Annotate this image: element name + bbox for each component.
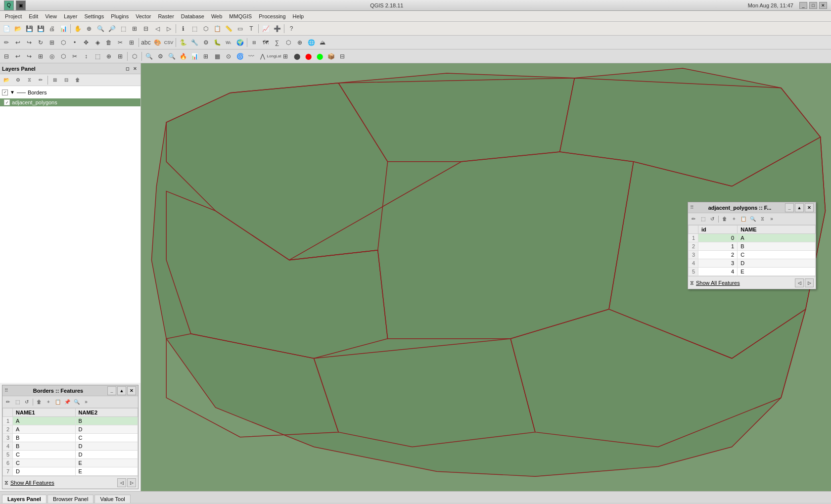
adj-page-next[interactable]: ▷ [805, 278, 814, 287]
layer-properties-btn[interactable]: ⚙ [12, 75, 23, 86]
bt-copy[interactable]: 📋 [53, 398, 62, 407]
pan-btn[interactable]: ✋ [72, 23, 83, 34]
remove-layer-btn[interactable]: 🗑 [72, 75, 83, 86]
menu-settings[interactable]: Settings [81, 12, 107, 20]
layer-notes-btn[interactable]: ✏ [35, 75, 46, 86]
maximize-btn[interactable]: □ [809, 2, 817, 9]
save-as-btn[interactable]: 💾 [35, 23, 46, 34]
wave-btn[interactable]: 〰 [246, 51, 257, 62]
adjacent-table-row[interactable]: 3 2 C [689, 251, 816, 259]
grid2-btn[interactable]: ⊞ [280, 51, 291, 62]
adj-drag-handle[interactable]: ⠿ [690, 205, 693, 210]
tool-f[interactable]: ⬚ [92, 51, 103, 62]
zoom-next-btn[interactable]: ▷ [163, 23, 174, 34]
bt-edit[interactable]: ✏ [3, 398, 12, 407]
adjacent-table-row[interactable]: 1 0 A [689, 234, 816, 242]
adjacent-show-all[interactable]: Show All Features [696, 280, 740, 286]
adj-table-max[interactable]: ▲ [795, 203, 804, 212]
borders-table-row[interactable]: 1 A B [3, 417, 138, 425]
tool-d[interactable]: ✂ [69, 51, 80, 62]
csv-btn[interactable]: CSV [163, 37, 174, 48]
map-canvas[interactable]: ⠿ adjacent_polygons :: F... _ ▲ ✕ ✏ ⬚ ↺ … [141, 63, 831, 491]
add-feature-btn[interactable]: ⬡ [58, 37, 69, 48]
bt-paste[interactable]: 📌 [63, 398, 72, 407]
edit-layer-btn[interactable]: ✏ [1, 37, 12, 48]
undo2-btn[interactable]: ↩ [12, 51, 23, 62]
bt-new[interactable]: + [44, 398, 53, 407]
panel-float-btn[interactable]: ◻ [124, 65, 131, 72]
minimize-btn[interactable]: _ [799, 2, 807, 9]
at-copy[interactable]: 📋 [739, 215, 748, 224]
open-layer-btn[interactable]: 📂 [1, 75, 12, 86]
borders-col-name1[interactable]: NAME1 [13, 409, 76, 417]
bt-delete[interactable]: 🗑 [35, 398, 44, 407]
snap-btn[interactable]: ⊞ [46, 37, 57, 48]
plugin-btn[interactable]: 🔧 [189, 37, 200, 48]
menu-web[interactable]: Web [208, 12, 225, 20]
zoom-full-btn[interactable]: ⊟ [140, 23, 151, 34]
adj-page-prev[interactable]: ◁ [795, 278, 804, 287]
borders-table-row[interactable]: 5 C D [3, 451, 138, 459]
pattern-btn[interactable]: ▦ [212, 51, 223, 62]
tool-a[interactable]: ⊞ [35, 51, 46, 62]
split-btn[interactable]: ✂ [115, 37, 126, 48]
collapse-all-btn[interactable]: ⊟ [61, 75, 72, 86]
adjacent-table-scroll[interactable]: id NAME 1 0 A 2 1 B 3 2 C 4 3 D 5 4 [688, 225, 816, 276]
borders-col-name2[interactable]: NAME2 [75, 409, 138, 417]
borders-page-prev[interactable]: ◁ [117, 478, 126, 487]
borders-table-row[interactable]: 7 D E [3, 467, 138, 476]
drag-handle[interactable]: ⠿ [4, 388, 8, 393]
borders-table-min[interactable]: _ [107, 386, 116, 395]
print-btn[interactable]: 🖨 [46, 23, 57, 34]
rotate-btn[interactable]: ↻ [35, 37, 46, 48]
menu-database[interactable]: Database [178, 12, 207, 20]
grid-btn[interactable]: ⊞ [200, 51, 211, 62]
measure-area-btn[interactable]: ▭ [234, 23, 245, 34]
at-more[interactable]: » [767, 215, 776, 224]
at-edit[interactable]: ✏ [689, 215, 698, 224]
layer-adjacent-polygons[interactable]: adjacent_polygons [0, 98, 140, 106]
tab-layers-panel[interactable]: Layers Panel [2, 495, 46, 503]
measure-btn[interactable]: 📏 [223, 23, 234, 34]
at-filter[interactable]: ⧖ [758, 215, 767, 224]
menu-vector[interactable]: Vector [133, 12, 154, 20]
adjacent-table-row[interactable]: 4 3 D [689, 259, 816, 268]
filter2-btn[interactable]: 🔍 [166, 51, 177, 62]
open-btn[interactable]: 📂 [12, 23, 23, 34]
tool3[interactable]: ⚙ [200, 37, 211, 48]
menu-view[interactable]: View [42, 12, 60, 20]
label-btn[interactable]: abc [140, 37, 151, 48]
bt-more[interactable]: » [82, 398, 91, 407]
zoom-last-btn[interactable]: ◁ [152, 23, 163, 34]
tool-b[interactable]: ◎ [46, 51, 57, 62]
extra-btn[interactable]: ⊟ [337, 51, 348, 62]
undo-btn[interactable]: ↩ [12, 37, 23, 48]
zoom-out-btn[interactable]: 🔎 [106, 23, 117, 34]
open-table-btn[interactable]: 📋 [212, 23, 223, 34]
layer-checkbox[interactable] [4, 99, 10, 105]
menu-project[interactable]: Project [2, 12, 25, 20]
expand-all-btn[interactable]: ⊞ [49, 75, 60, 86]
borders-table-max[interactable]: ▲ [117, 386, 126, 395]
at-delete[interactable]: 🗑 [720, 215, 729, 224]
circle-btn[interactable]: ⊙ [223, 51, 234, 62]
long-lat-btn[interactable]: LongLat [269, 51, 279, 62]
zoom-in-btn[interactable]: 🔍 [95, 23, 106, 34]
pan-map-btn[interactable]: ⊕ [84, 23, 94, 34]
adj-col-id[interactable]: id [698, 226, 738, 234]
zoom-to-layer-btn[interactable]: ⊞ [129, 23, 140, 34]
style-btn[interactable]: 🎨 [152, 37, 163, 48]
panel-close-btn[interactable]: ✕ [132, 65, 138, 72]
earth-btn[interactable]: 🌍 [234, 37, 245, 48]
area-btn[interactable]: ⊞ [249, 37, 260, 48]
network-btn[interactable]: 🌐 [306, 37, 317, 48]
redo2-btn[interactable]: ↪ [24, 51, 35, 62]
wt-btn[interactable]: Wₜ [223, 37, 234, 48]
menu-edit[interactable]: Edit [26, 12, 41, 20]
adj-table-min[interactable]: _ [785, 203, 794, 212]
new-project-btn[interactable]: 📄 [1, 23, 12, 34]
spiral-btn[interactable]: 🌀 [234, 51, 245, 62]
borders-table-close[interactable]: ✕ [127, 386, 136, 395]
zoom-rubber-btn[interactable]: ⬚ [118, 23, 129, 34]
tool-c[interactable]: ⬡ [58, 51, 69, 62]
